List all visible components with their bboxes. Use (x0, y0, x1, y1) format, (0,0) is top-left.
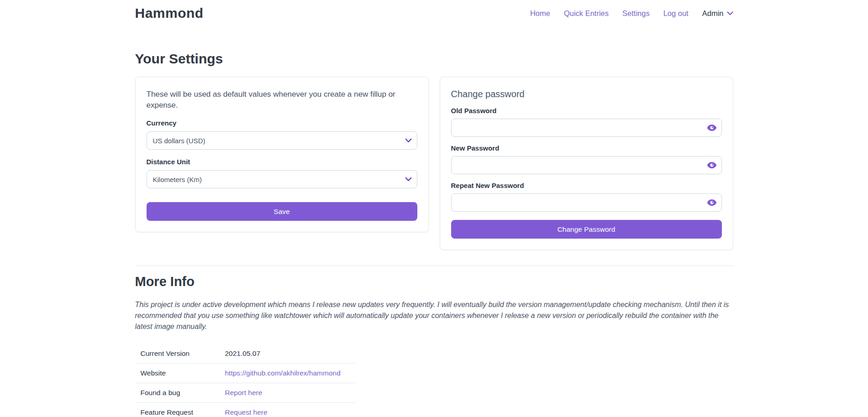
nav-item-settings[interactable]: Settings (622, 9, 650, 18)
more-info-note: This project is under active development… (135, 299, 733, 332)
chevron-down-icon (727, 9, 733, 17)
section-divider (135, 266, 733, 266)
distance-unit-label: Distance Unit (147, 158, 417, 166)
info-label-feature-request: Feature Request (135, 403, 220, 417)
website-link[interactable]: https://github.com/akhilrex/hammond (225, 369, 341, 377)
nav-item-home[interactable]: Home (530, 9, 550, 18)
eye-icon (707, 162, 716, 168)
change-password-card: Change password Old Password New Passwor… (440, 77, 733, 250)
page-title: Your Settings (135, 51, 733, 67)
nav-item-logout[interactable]: Log out (663, 9, 689, 18)
toggle-repeat-password-visibility-button[interactable] (707, 199, 716, 206)
info-label-current-version: Current Version (135, 344, 220, 364)
report-bug-link[interactable]: Report here (225, 389, 263, 396)
table-row: Found a bug Report here (135, 383, 355, 403)
table-row: Current Version 2021.05.07 (135, 344, 355, 364)
repeat-new-password-field[interactable] (451, 193, 722, 212)
nav-item-quick-entries[interactable]: Quick Entries (564, 9, 609, 18)
more-info-table: Current Version 2021.05.07 Website https… (135, 344, 355, 417)
currency-select[interactable]: US dollars (USD) (147, 131, 417, 150)
eye-icon (707, 125, 716, 131)
defaults-card: These will be used as default values whe… (135, 77, 429, 232)
toggle-old-password-visibility-button[interactable] (707, 125, 716, 131)
user-menu-label: Admin (702, 9, 724, 18)
more-info-title: More Info (135, 274, 733, 289)
main-content: Your Settings These will be used as defa… (135, 51, 733, 417)
old-password-field[interactable] (451, 119, 722, 137)
repeat-new-password-label: Repeat New Password (451, 182, 722, 189)
main-nav: Home Quick Entries Settings Log out Admi… (530, 9, 733, 18)
eye-icon (707, 199, 716, 206)
user-menu[interactable]: Admin (702, 9, 733, 18)
table-row: Website https://github.com/akhilrex/hamm… (135, 364, 355, 383)
table-row: Feature Request Request here (135, 403, 355, 417)
info-label-found-a-bug: Found a bug (135, 383, 220, 403)
currency-label: Currency (147, 119, 417, 127)
new-password-label: New Password (451, 144, 722, 152)
change-password-title: Change password (451, 89, 722, 99)
toggle-new-password-visibility-button[interactable] (707, 162, 716, 168)
app-header: Hammond Home Quick Entries Settings Log … (0, 0, 868, 21)
brand-logo[interactable]: Hammond (135, 5, 204, 21)
info-value-current-version: 2021.05.07 (220, 344, 355, 364)
new-password-field[interactable] (451, 156, 722, 174)
feature-request-link[interactable]: Request here (225, 408, 268, 416)
info-label-website: Website (135, 364, 220, 383)
defaults-description: These will be used as default values whe… (147, 89, 402, 111)
change-password-button[interactable]: Change Password (451, 220, 722, 239)
old-password-label: Old Password (451, 107, 722, 115)
save-button[interactable]: Save (147, 202, 417, 221)
distance-unit-select[interactable]: Kilometers (Km) (147, 170, 417, 188)
